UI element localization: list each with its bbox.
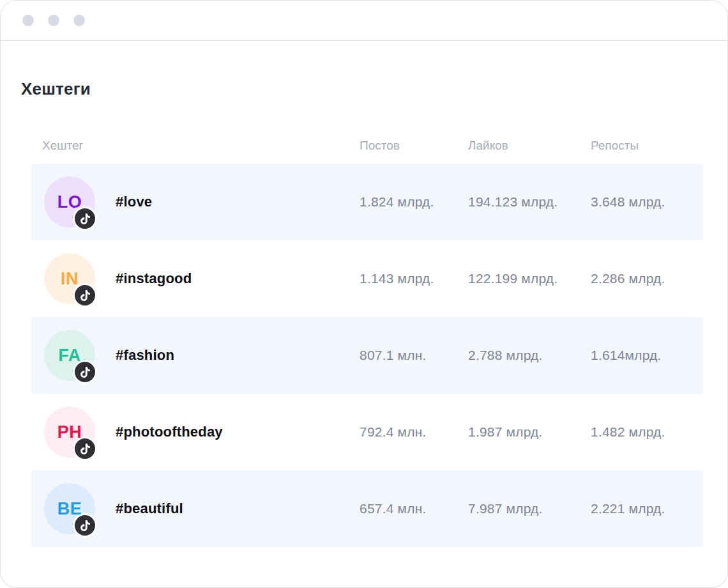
window-control-dot[interactable] (22, 15, 34, 26)
hashtag-label: #beautiful (116, 500, 183, 517)
table-row[interactable]: FA #fashion 807.1 млн. 2.788 млрд. 1.614… (31, 317, 703, 394)
avatar: IN (44, 253, 95, 304)
hashtag-cell: LO #love (31, 176, 360, 228)
page-title: Хештеги (21, 79, 727, 98)
table-header-row: Хештег Постов Лайков Репосты (31, 134, 703, 157)
tiktok-icon (73, 283, 97, 307)
hashtag-label: #love (116, 194, 152, 210)
window-control-dot[interactable] (48, 15, 59, 26)
posts-value: 792.4 млн. (360, 424, 468, 440)
column-header-reposts: Репосты (591, 139, 703, 153)
reposts-value: 2.286 млрд. (591, 271, 703, 286)
tiktok-icon (73, 513, 97, 538)
tiktok-icon (73, 437, 97, 461)
posts-value: 807.1 млн. (360, 348, 468, 363)
window-control-dot[interactable] (73, 15, 85, 26)
likes-value: 122.199 млрд. (468, 271, 591, 286)
likes-value: 1.987 млрд. (468, 424, 591, 440)
reposts-value: 1.614млрд. (591, 348, 703, 363)
tiktok-icon (73, 360, 97, 384)
hashtag-cell: PH #photooftheday (31, 406, 360, 458)
hashtag-label: #photooftheday (116, 424, 223, 440)
posts-value: 657.4 млн. (360, 501, 468, 516)
table-row[interactable]: LO #love 1.824 млрд. 194.123 млрд. 3.648… (31, 164, 703, 240)
posts-value: 1.824 млрд. (360, 194, 468, 210)
likes-value: 2.788 млрд. (468, 348, 591, 363)
reposts-value: 3.648 млрд. (591, 194, 703, 210)
avatar: LO (44, 176, 95, 228)
hashtag-label: #fashion (116, 347, 174, 364)
column-header-posts: Постов (360, 139, 468, 153)
table-row[interactable]: IN #instagood 1.143 млрд. 122.199 млрд. … (31, 240, 703, 317)
table-body: LO #love 1.824 млрд. 194.123 млрд. 3.648… (31, 164, 703, 547)
hashtag-cell: BE #beautiful (31, 483, 360, 534)
reposts-value: 1.482 млрд. (591, 424, 703, 440)
hashtag-cell: FA #fashion (31, 330, 360, 381)
table-row[interactable]: PH #photooftheday 792.4 млн. 1.987 млрд.… (31, 394, 703, 470)
avatar: FA (44, 330, 95, 381)
likes-value: 194.123 млрд. (468, 194, 591, 210)
hashtag-label: #instagood (116, 270, 192, 287)
avatar: BE (44, 483, 95, 534)
tiktok-icon (73, 206, 97, 231)
app-window: Хештеги Хештег Постов Лайков Репосты LO … (0, 0, 728, 588)
avatar: PH (44, 406, 95, 458)
hashtag-cell: IN #instagood (31, 253, 360, 304)
window-titlebar (1, 1, 727, 41)
table-row[interactable]: BE #beautiful 657.4 млн. 7.987 млрд. 2.2… (31, 470, 703, 547)
column-header-likes: Лайков (468, 139, 591, 153)
likes-value: 7.987 млрд. (468, 501, 591, 516)
column-header-hashtag: Хештег (31, 139, 360, 153)
hashtags-table: Хештег Постов Лайков Репосты LO #love 1.… (31, 134, 703, 547)
reposts-value: 2.221 млрд. (591, 501, 703, 516)
posts-value: 1.143 млрд. (360, 271, 468, 286)
